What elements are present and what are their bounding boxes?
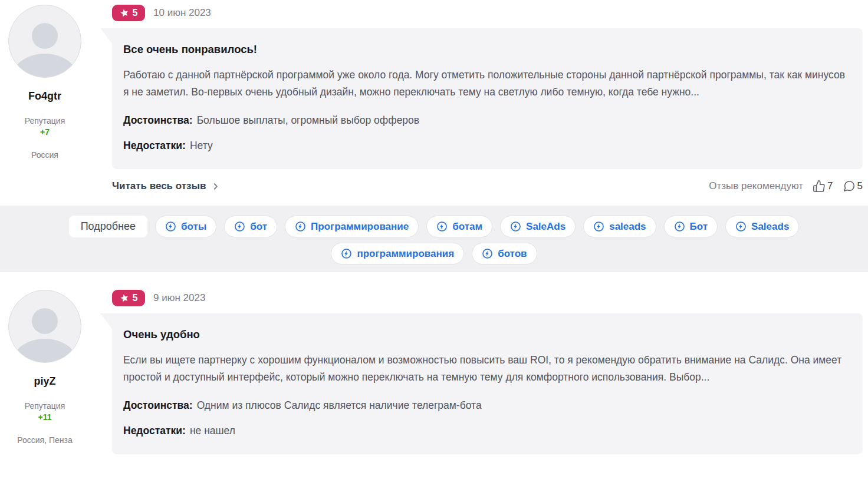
lightning-icon (295, 221, 306, 232)
lightning-icon (341, 248, 352, 259)
reviews-page: Fo4gtr Репутация +7 Россия 5 10 июн 2023… (0, 0, 868, 454)
tag-label: боты (181, 221, 206, 233)
chevron-right-icon (211, 182, 220, 191)
lightning-icon (674, 221, 685, 232)
tags-bar: Подробнее боты бот Программирование бота… (0, 206, 868, 272)
pros-label: Достоинства: (123, 399, 193, 411)
lightning-icon (593, 221, 604, 232)
cons-text: Нету (190, 140, 213, 151)
user-location: Россия, Пенза (17, 435, 72, 445)
tag-label: Бот (690, 221, 708, 233)
tag-label: ботам (452, 221, 482, 233)
review-body: Если вы ищете партнерку с хорошим функци… (123, 352, 845, 386)
tag-pill[interactable]: Бот (664, 216, 718, 237)
rating-badge: 5 (112, 5, 145, 21)
comments-button[interactable]: 5 (843, 180, 863, 193)
tag-pill[interactable]: боты (155, 216, 216, 237)
cons-text: не нашел (190, 425, 235, 437)
cons-line: Недостатки:Нету (123, 140, 845, 152)
lightning-icon (735, 221, 747, 232)
tag-pill[interactable]: бот (224, 216, 277, 237)
cons-label: Недостатки: (123, 425, 186, 437)
cons-label: Недостатки: (123, 140, 186, 151)
comment-count: 5 (857, 180, 863, 192)
reputation-value: +11 (38, 412, 52, 422)
person-icon (12, 339, 78, 363)
review-title: Очень удобно (123, 328, 845, 341)
pros-line: Достоинства:Одним из плюсов Салидс являе… (123, 399, 845, 412)
thumbs-up-icon (813, 180, 826, 193)
pros-text: Большое выплаты, огромный выбор офферов (197, 114, 420, 126)
star-icon (119, 8, 130, 19)
tag-pill[interactable]: Программирование (285, 216, 419, 237)
reputation-label: Репутация (25, 116, 65, 125)
like-button[interactable]: 7 (813, 180, 833, 193)
review-header: 5 9 июн 2023 (112, 290, 863, 306)
review-date: 9 июн 2023 (153, 292, 205, 304)
tag-pill[interactable]: SaleAds (500, 216, 576, 237)
tag-label: SaleAds (526, 221, 565, 233)
tag-pill[interactable]: ботов (472, 243, 537, 265)
recommend-block: Отзыв рекомендуют 7 5 (709, 180, 863, 193)
lightning-icon (234, 221, 245, 232)
lightning-icon (436, 221, 448, 232)
reputation-label: Репутация (25, 401, 65, 411)
pros-label: Достоинства: (123, 114, 193, 126)
like-count: 7 (827, 180, 833, 192)
user-avatar[interactable] (8, 5, 81, 78)
rating-badge: 5 (112, 290, 145, 306)
user-location: Россия (31, 150, 58, 160)
rating-value: 5 (133, 8, 138, 18)
review-title: Все очень понравилось! (123, 43, 845, 56)
username-link[interactable]: Fo4gtr (28, 90, 61, 103)
review-date: 10 июн 2023 (153, 7, 211, 19)
star-icon (119, 293, 130, 304)
read-more-link[interactable]: Читать весь отзыв (112, 180, 220, 192)
person-icon (12, 54, 78, 78)
tag-label: Saleads (751, 221, 789, 233)
read-more-label: Читать весь отзыв (112, 180, 206, 192)
lightning-icon (482, 248, 493, 259)
rating-value: 5 (133, 293, 138, 303)
user-avatar[interactable] (8, 290, 81, 363)
review-author-column: Fo4gtr Репутация +7 Россия (0, 5, 90, 160)
review-card: piyZ Репутация +11 Россия, Пенза 5 9 июн… (0, 290, 868, 454)
comment-icon (843, 180, 856, 193)
tag-label: программирования (357, 248, 454, 260)
more-button[interactable]: Подробнее (69, 216, 147, 237)
lightning-icon (510, 221, 521, 232)
recommend-label: Отзыв рекомендуют (709, 180, 803, 192)
tag-pill[interactable]: ботам (426, 216, 492, 237)
person-icon (32, 308, 58, 334)
review-body: Работаю с данной партнёрской программой … (123, 67, 845, 101)
cons-line: Недостатки:не нашел (123, 425, 845, 437)
tag-pill[interactable]: Saleads (725, 216, 799, 237)
lightning-icon (165, 221, 176, 232)
pros-text: Одним из плюсов Салидс является наличие … (197, 399, 482, 411)
person-icon (32, 23, 58, 49)
tag-label: бот (250, 221, 267, 233)
tag-label: Программирование (311, 221, 409, 233)
review-bubble: Все очень понравилось! Работаю с данной … (112, 28, 863, 169)
tag-label: saleads (609, 221, 646, 233)
review-footer: Читать весь отзыв Отзыв рекомендуют 7 5 (112, 178, 863, 194)
review-main: 5 9 июн 2023 Очень удобно Если вы ищете … (90, 290, 868, 454)
username-link[interactable]: piyZ (34, 375, 55, 388)
tag-pill[interactable]: программирования (331, 243, 464, 265)
review-main: 5 10 июн 2023 Все очень понравилось! Раб… (90, 5, 868, 194)
review-header: 5 10 июн 2023 (112, 5, 863, 21)
review-card: Fo4gtr Репутация +7 Россия 5 10 июн 2023… (0, 5, 868, 194)
review-author-column: piyZ Репутация +11 Россия, Пенза (0, 290, 90, 445)
review-bubble: Очень удобно Если вы ищете партнерку с х… (112, 313, 863, 454)
pros-line: Достоинства:Большое выплаты, огромный вы… (123, 114, 845, 127)
reputation-value: +7 (40, 127, 50, 137)
tag-pill[interactable]: saleads (583, 216, 656, 237)
tag-label: ботов (498, 248, 527, 260)
